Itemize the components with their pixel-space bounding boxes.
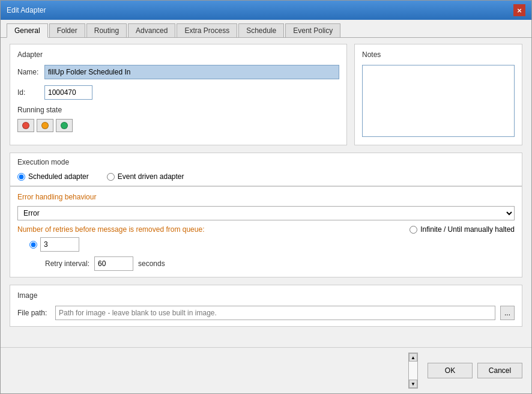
- finite-radio[interactable]: [29, 241, 37, 249]
- tab-bar: General Folder Routing Advanced Extra Pr…: [1, 20, 531, 38]
- tab-event-policy[interactable]: Event Policy: [285, 23, 340, 37]
- notes-label: Notes: [362, 50, 515, 59]
- tab-advanced[interactable]: Advanced: [128, 23, 175, 37]
- scroll-down-btn[interactable]: ▼: [409, 380, 417, 388]
- name-input[interactable]: [44, 65, 339, 79]
- retry-count-indent: [29, 237, 79, 252]
- event-driven-radio[interactable]: [107, 173, 115, 181]
- scrollbar[interactable]: ▲ ▼: [408, 353, 418, 389]
- retries-label: Number of retries before message is remo…: [17, 225, 404, 234]
- tab-general[interactable]: General: [7, 23, 48, 38]
- file-path-row: File path: ...: [17, 306, 515, 320]
- id-input[interactable]: [44, 85, 92, 100]
- edit-adapter-window: Edit Adapter × General Folder Routing Ad…: [0, 0, 532, 394]
- tab-folder[interactable]: Folder: [49, 23, 85, 37]
- bottom-bar: ▲ ▼ OK Cancel: [1, 347, 531, 393]
- id-row: Id:: [17, 85, 339, 100]
- cancel-button[interactable]: Cancel: [477, 363, 522, 378]
- state-buttons: [17, 119, 339, 132]
- event-driven-option[interactable]: Event driven adapter: [107, 172, 184, 181]
- yellow-circle-icon: [41, 122, 49, 129]
- id-label: Id:: [17, 88, 44, 97]
- scroll-up-btn[interactable]: ▲: [409, 353, 417, 362]
- finite-retries-option[interactable]: [29, 237, 79, 252]
- close-button[interactable]: ×: [513, 4, 525, 16]
- tab-routing[interactable]: Routing: [86, 23, 127, 37]
- tab-schedule[interactable]: Schedule: [238, 23, 284, 37]
- file-path-label: File path:: [17, 309, 50, 317]
- notes-textarea[interactable]: [362, 65, 515, 137]
- window-title: Edit Adapter: [7, 6, 46, 14]
- running-state-label: Running state: [17, 106, 339, 114]
- execution-mode-section: Execution mode Scheduled adapter Event d…: [10, 153, 522, 186]
- red-circle-icon: [22, 122, 29, 129]
- execution-mode-radio-group: Scheduled adapter Event driven adapter: [17, 172, 515, 181]
- scheduled-radio[interactable]: [17, 173, 25, 181]
- name-label: Name:: [17, 68, 44, 76]
- image-label: Image: [17, 291, 515, 300]
- infinite-option[interactable]: Infinite / Until manually halted: [410, 225, 515, 234]
- stop-button[interactable]: [17, 119, 34, 132]
- seconds-label: seconds: [138, 259, 165, 268]
- infinite-label: Infinite / Until manually halted: [420, 225, 515, 234]
- image-section: Image File path: ...: [10, 285, 522, 327]
- run-button[interactable]: [56, 119, 73, 132]
- file-path-input[interactable]: [55, 306, 495, 320]
- execution-mode-label: Execution mode: [17, 158, 515, 166]
- ok-button[interactable]: OK: [428, 363, 473, 378]
- pause-button[interactable]: [37, 119, 53, 132]
- scheduled-adapter-option[interactable]: Scheduled adapter: [17, 172, 89, 181]
- adapter-section-title: Adapter: [17, 50, 339, 59]
- content-area: Adapter Name: Id: Running state: [1, 38, 531, 347]
- error-handling-dropdown[interactable]: Error Warning Ignore: [17, 206, 515, 220]
- bottom-buttons: ▲ ▼ OK Cancel: [408, 353, 522, 389]
- title-bar: Edit Adapter ×: [1, 1, 531, 20]
- retry-count-row: [17, 237, 515, 252]
- tab-extra-process[interactable]: Extra Process: [177, 23, 237, 37]
- retry-count-input[interactable]: [40, 237, 79, 252]
- infinite-radio[interactable]: [410, 226, 417, 234]
- scheduled-label: Scheduled adapter: [28, 172, 89, 181]
- error-handling-section: Error handling behaviour Error Warning I…: [10, 186, 522, 277]
- adapter-section: Adapter Name: Id: Running state: [10, 44, 347, 145]
- error-handling-label: Error handling behaviour: [17, 193, 515, 201]
- name-row: Name:: [17, 65, 339, 79]
- event-driven-label: Event driven adapter: [118, 172, 184, 181]
- retry-interval-row: Retry interval: seconds: [29, 256, 515, 271]
- notes-section: Notes: [354, 44, 522, 145]
- retry-interval-input[interactable]: [94, 256, 133, 271]
- browse-button[interactable]: ...: [500, 306, 515, 320]
- top-sections: Adapter Name: Id: Running state: [10, 44, 522, 145]
- green-circle-icon: [61, 122, 68, 129]
- window-body: General Folder Routing Advanced Extra Pr…: [1, 20, 531, 393]
- retry-options-row: Number of retries before message is remo…: [17, 225, 515, 234]
- retry-interval-label: Retry interval:: [29, 259, 89, 268]
